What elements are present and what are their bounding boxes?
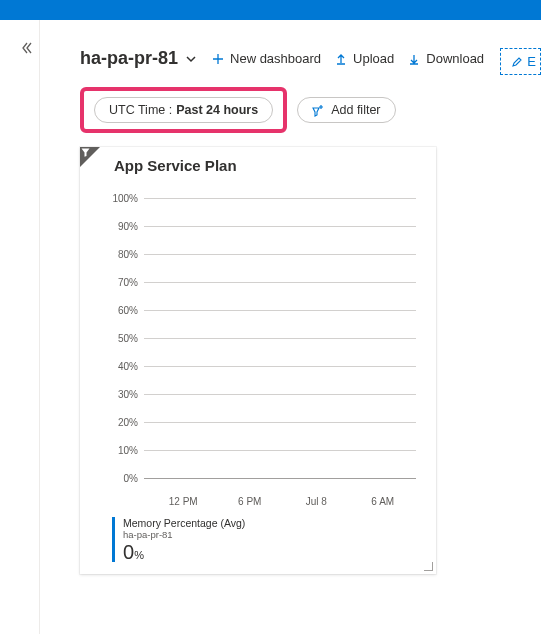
dashboard-selector[interactable]: ha-pa-pr-81 (80, 48, 198, 69)
download-icon (408, 53, 420, 65)
line-chart: 100%90%80%70%60%50%40%30%20%10%0% 12 PM6… (112, 184, 416, 507)
time-filter-value: Past 24 hours (176, 103, 258, 117)
tutorial-highlight: UTC Time : Past 24 hours (80, 87, 287, 133)
chevron-down-icon (184, 52, 198, 66)
gridline: 60% (112, 296, 416, 324)
x-tick-label: 12 PM (150, 496, 217, 507)
gridline-line (144, 282, 416, 283)
gridline: 40% (112, 352, 416, 380)
x-axis: 12 PM6 PMJul 86 AM (150, 492, 416, 507)
gridline: 0% (112, 464, 416, 492)
y-tick-label: 50% (112, 333, 144, 344)
gridline: 30% (112, 380, 416, 408)
y-tick-label: 20% (112, 417, 144, 428)
gridline-line (144, 254, 416, 255)
y-tick-label: 10% (112, 445, 144, 456)
y-tick-label: 80% (112, 249, 144, 260)
gridline: 20% (112, 408, 416, 436)
legend-value-number: 0 (123, 541, 134, 563)
legend-value: 0% (123, 542, 422, 562)
y-tick-label: 90% (112, 221, 144, 232)
expand-sidebar-button[interactable] (20, 42, 32, 54)
gridline-line (144, 338, 416, 339)
gridline-line (144, 394, 416, 395)
metrics-tile[interactable]: App Service Plan 100%90%80%70%60%50%40%3… (80, 147, 436, 574)
add-filter-icon (312, 104, 325, 117)
legend-metric-name: Memory Percentage (Avg) (123, 517, 422, 529)
time-filter-label: UTC Time : (109, 103, 172, 117)
gridline-line (144, 226, 416, 227)
sidebar-collapsed (0, 20, 40, 634)
gridline: 80% (112, 240, 416, 268)
gridline-line (144, 422, 416, 423)
y-tick-label: 0% (112, 473, 144, 484)
x-tick-label: 6 AM (350, 496, 417, 507)
gridline-line (144, 366, 416, 367)
gridline-line (144, 478, 416, 479)
y-tick-label: 40% (112, 361, 144, 372)
legend-value-unit: % (134, 549, 144, 561)
edit-label: E (527, 54, 536, 69)
funnel-icon (81, 148, 90, 157)
new-dashboard-label: New dashboard (230, 51, 321, 66)
x-tick-label: Jul 8 (283, 496, 350, 507)
download-label: Download (426, 51, 484, 66)
gridline-line (144, 310, 416, 311)
dashboard-name: ha-pa-pr-81 (80, 48, 178, 69)
edit-button[interactable]: E (500, 48, 541, 75)
y-tick-label: 30% (112, 389, 144, 400)
pencil-icon (511, 56, 523, 68)
gridline-line (144, 198, 416, 199)
tile-title: App Service Plan (114, 157, 422, 174)
y-tick-label: 70% (112, 277, 144, 288)
y-tick-label: 60% (112, 305, 144, 316)
upload-icon (335, 53, 347, 65)
gridline: 70% (112, 268, 416, 296)
plus-icon (212, 53, 224, 65)
y-tick-label: 100% (112, 193, 144, 204)
time-range-filter[interactable]: UTC Time : Past 24 hours (94, 97, 273, 123)
azure-topbar (0, 0, 541, 20)
gridline-line (144, 450, 416, 451)
upload-label: Upload (353, 51, 394, 66)
upload-button[interactable]: Upload (335, 51, 394, 66)
add-filter-label: Add filter (331, 103, 380, 117)
new-dashboard-button[interactable]: New dashboard (212, 51, 321, 66)
chart-legend: Memory Percentage (Avg) ha-pa-pr-81 0% (112, 517, 422, 562)
add-filter-button[interactable]: Add filter (297, 97, 395, 123)
legend-resource-name: ha-pa-pr-81 (123, 529, 422, 540)
x-tick-label: 6 PM (217, 496, 284, 507)
gridline: 50% (112, 324, 416, 352)
gridline: 90% (112, 212, 416, 240)
download-button[interactable]: Download (408, 51, 484, 66)
resize-handle[interactable] (424, 562, 433, 571)
gridline: 10% (112, 436, 416, 464)
gridline: 100% (112, 184, 416, 212)
